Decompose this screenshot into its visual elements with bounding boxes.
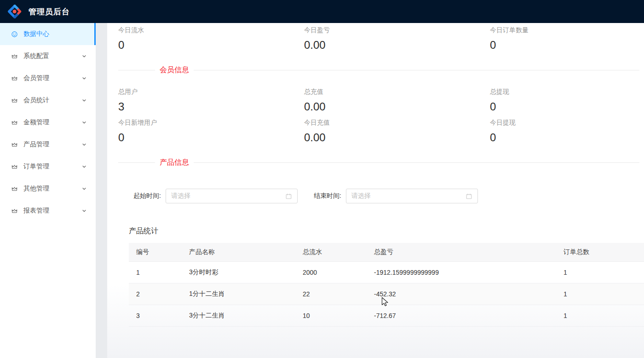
sidebar-item-label: 报表管理 <box>23 207 81 215</box>
divider-line <box>118 70 155 70</box>
stat-value: 0 <box>490 100 644 114</box>
chevron-down-icon <box>81 164 87 169</box>
app-title: 管理员后台 <box>29 6 70 17</box>
main-content: 今日流水 0 今日盈亏 0.00 今日订单数量 0 会员信息 总用户 3 总充值… <box>107 23 644 358</box>
divider-line <box>194 70 639 70</box>
table-header-cell: 编号 <box>129 243 182 261</box>
product-stats-section: 产品统计 编号 产品名称 总流水 总盈亏 订单总数 1 3分时时彩 2000 -… <box>129 226 639 327</box>
sidebar-item-label: 数据中心 <box>23 30 87 38</box>
stat-today-orders: 今日订单数量 0 <box>490 25 644 52</box>
table-header-cell: 总盈亏 <box>367 243 556 261</box>
sidebar-item-data-center[interactable]: 数据中心 <box>0 23 96 45</box>
sidebar-item-order-manage[interactable]: 订单管理 <box>0 156 96 178</box>
product-info-divider: 产品信息 <box>118 157 639 167</box>
table-cell: 3分时时彩 <box>182 261 295 283</box>
member-stats-row1: 总用户 3 总充值 0.00 总提现 0 <box>118 87 639 114</box>
table-row: 2 1分十二生肖 22 -452.32 1 <box>129 283 644 305</box>
chevron-down-icon <box>81 186 87 191</box>
stat-label: 总充值 <box>304 87 490 96</box>
table-cell: 3分十二生肖 <box>182 305 295 326</box>
sidebar-item-member-manage[interactable]: 会员管理 <box>0 67 96 89</box>
sidebar-item-other-manage[interactable]: 其他管理 <box>0 178 96 200</box>
table-header-cell: 订单总数 <box>556 243 644 261</box>
crown-icon <box>11 163 18 170</box>
table-cell: 1分十二生肖 <box>182 283 295 305</box>
start-time-label: 起始时间: <box>133 192 161 200</box>
stat-value: 0.00 <box>304 131 490 144</box>
chevron-down-icon <box>81 98 87 103</box>
today-stats: 今日流水 0 今日盈亏 0.00 今日订单数量 0 <box>118 25 639 52</box>
table-cell: 1 <box>556 261 644 283</box>
sidebar-item-label: 会员管理 <box>23 74 81 82</box>
table-row: 3 3分十二生肖 10 -712.67 1 <box>129 305 644 326</box>
divider-line <box>194 162 639 163</box>
member-stats-row2: 今日新增用户 0 今日充值 0.00 今日提现 0 <box>118 118 639 144</box>
table-cell: 2 <box>129 283 182 305</box>
stat-value: 0 <box>490 131 644 144</box>
stat-value: 0 <box>118 38 304 52</box>
stat-total-users: 总用户 3 <box>118 87 304 114</box>
sidebar-item-label: 其他管理 <box>23 185 81 193</box>
top-bar: 管理员后台 <box>0 0 644 23</box>
chevron-down-icon <box>81 142 87 147</box>
divider-title: 产品信息 <box>155 158 194 167</box>
stat-value: 0.00 <box>304 38 490 52</box>
table-header-cell: 产品名称 <box>182 243 295 261</box>
stat-value: 0.00 <box>304 100 490 114</box>
app-logo-icon <box>6 3 23 20</box>
table-cell: 1 <box>556 305 644 326</box>
stat-label: 今日订单数量 <box>490 25 644 35</box>
end-date-picker[interactable]: 请选择 <box>346 189 478 203</box>
crown-icon <box>11 119 18 126</box>
stat-value: 0 <box>118 131 304 144</box>
sidebar-item-member-stats[interactable]: 会员统计 <box>0 89 96 111</box>
stat-today-profit: 今日盈亏 0.00 <box>304 25 490 52</box>
stat-label: 今日提现 <box>490 118 644 127</box>
sidebar-item-label: 金额管理 <box>23 118 81 127</box>
divider-title: 会员信息 <box>155 65 194 75</box>
crown-icon <box>11 75 18 82</box>
smile-icon <box>11 31 18 38</box>
stat-label: 今日充值 <box>304 118 490 127</box>
member-info-divider: 会员信息 <box>118 65 639 75</box>
sidebar-item-product-manage[interactable]: 产品管理 <box>0 133 96 156</box>
chevron-down-icon <box>81 75 87 81</box>
stat-today-turnover: 今日流水 0 <box>118 25 304 52</box>
stat-total-recharge: 总充值 0.00 <box>304 87 490 114</box>
stat-value: 3 <box>118 100 304 114</box>
layout-gutter <box>96 23 107 358</box>
crown-icon <box>11 208 18 214</box>
table-cell: 22 <box>295 283 367 305</box>
stat-new-users-today: 今日新增用户 0 <box>118 118 304 144</box>
stat-value: 0 <box>490 38 644 52</box>
product-stats-table: 编号 产品名称 总流水 总盈亏 订单总数 1 3分时时彩 2000 -1912.… <box>129 243 644 327</box>
sidebar-item-report-manage[interactable]: 报表管理 <box>0 200 96 222</box>
table-cell: -1912.1599999999999 <box>367 261 556 283</box>
crown-icon <box>11 185 18 192</box>
stat-label: 今日新增用户 <box>118 118 304 127</box>
stat-label: 今日盈亏 <box>304 25 490 35</box>
sidebar-item-label: 系统配置 <box>23 52 81 60</box>
table-cell: -712.67 <box>367 305 556 326</box>
table-cell: 10 <box>295 305 367 326</box>
chevron-down-icon <box>81 53 87 59</box>
sidebar-item-amount-manage[interactable]: 金额管理 <box>0 111 96 133</box>
end-date-placeholder: 请选择 <box>351 192 466 200</box>
sidebar: 数据中心 系统配置 会员管理 会员统计 金额管理 产品管理 订单管理 其他管理 … <box>0 23 96 358</box>
stat-label: 总提现 <box>490 87 644 96</box>
start-date-picker[interactable]: 请选择 <box>166 189 298 203</box>
crown-icon <box>11 97 18 104</box>
start-date-placeholder: 请选择 <box>171 192 285 200</box>
end-time-label: 结束时间: <box>314 192 341 200</box>
table-cell: 1 <box>129 261 182 283</box>
sidebar-item-system-config[interactable]: 系统配置 <box>0 45 96 67</box>
chevron-down-icon <box>81 120 87 125</box>
crown-icon <box>11 53 18 60</box>
table-header-cell: 总流水 <box>295 243 367 261</box>
sidebar-item-label: 会员统计 <box>23 96 81 104</box>
table-cell: -452.32 <box>367 283 556 305</box>
crown-icon <box>11 141 18 148</box>
calendar-icon <box>285 193 292 200</box>
table-header-row: 编号 产品名称 总流水 总盈亏 订单总数 <box>129 243 644 261</box>
stat-withdraw-today: 今日提现 0 <box>490 118 644 144</box>
